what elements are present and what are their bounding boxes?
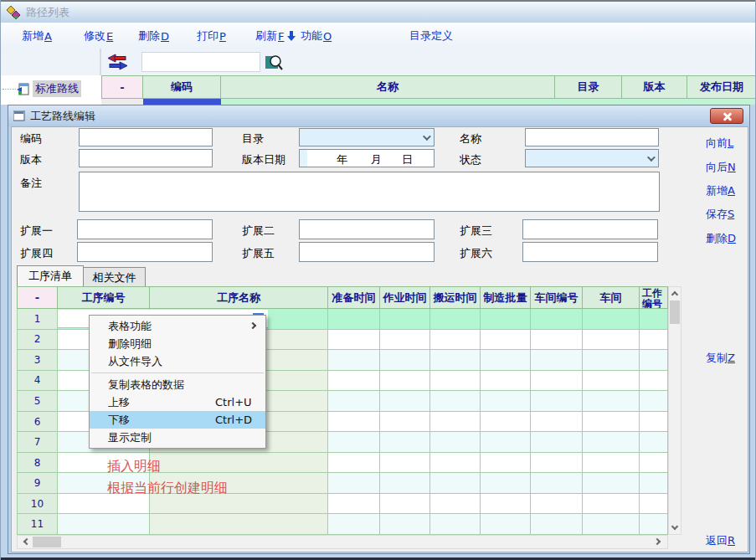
list-column-header[interactable]: - — [101, 75, 143, 99]
name-input[interactable] — [525, 128, 659, 146]
grid-cell[interactable] — [640, 494, 668, 515]
grid-cell[interactable] — [380, 330, 430, 351]
ext-input-5[interactable] — [299, 242, 435, 262]
horizontal-scroll-thumb[interactable] — [33, 537, 61, 547]
search-icon[interactable] — [265, 53, 284, 71]
grid-cell[interactable] — [583, 350, 640, 371]
context-menu-item[interactable]: 删除明细 — [90, 335, 265, 352]
context-menu-item[interactable]: 从文件导入 — [90, 352, 265, 370]
context-menu-item[interactable]: 下移Ctrl+D — [90, 411, 265, 429]
context-menu-item[interactable]: 复制表格的数据 — [90, 376, 265, 393]
directory-select[interactable] — [299, 128, 435, 146]
grid-cell[interactable] — [328, 514, 380, 535]
grid-cell[interactable] — [531, 453, 583, 474]
grid-cell[interactable] — [583, 330, 640, 351]
grid-cell[interactable] — [380, 350, 430, 371]
list-column-header[interactable]: 编码 — [143, 75, 221, 99]
grid-cell[interactable] — [430, 453, 481, 474]
grid-cell[interactable] — [328, 350, 380, 371]
grid-cell[interactable] — [481, 391, 531, 412]
grid-cell[interactable] — [380, 309, 430, 330]
grid-cell[interactable] — [430, 412, 481, 433]
grid-cell[interactable] — [380, 473, 430, 494]
grid-cell[interactable] — [481, 453, 531, 474]
grid-row-number[interactable]: 3 — [17, 350, 58, 371]
tab-process-list[interactable]: 工序清单 — [17, 265, 84, 286]
return-button[interactable]: 返回R — [706, 533, 748, 548]
scroll-up-icon[interactable] — [669, 287, 681, 300]
version-date-input[interactable]: 年 月 日 — [299, 149, 435, 167]
status-select[interactable] — [525, 149, 659, 167]
grid-cell[interactable] — [531, 330, 583, 351]
list-column-header[interactable]: 版本 — [622, 75, 687, 99]
scroll-right-icon[interactable] — [653, 536, 666, 548]
menu-item-modify[interactable]: 修改E — [84, 28, 113, 44]
grid-column-header[interactable]: - — [17, 286, 58, 309]
grid-cell[interactable] — [640, 453, 668, 474]
grid-cell[interactable] — [430, 309, 481, 330]
grid-cell[interactable] — [328, 391, 380, 412]
grid-cell[interactable] — [531, 473, 583, 494]
grid-column-header[interactable]: 车间编号 — [531, 286, 583, 309]
grid-cell[interactable] — [328, 453, 380, 474]
grid-cell[interactable] — [531, 494, 583, 515]
grid-cell[interactable] — [640, 330, 668, 351]
grid-cell[interactable] — [430, 494, 481, 515]
grid-cell[interactable] — [583, 309, 640, 330]
grid-cell[interactable] — [583, 391, 640, 412]
grid-cell[interactable] — [583, 494, 640, 515]
grid-cell[interactable] — [328, 473, 380, 494]
grid-cell[interactable] — [583, 453, 640, 474]
route-list-selected-row[interactable] — [101, 99, 756, 105]
grid-cell[interactable] — [583, 432, 640, 453]
grid-column-header[interactable]: 车间 — [583, 286, 640, 309]
grid-cell[interactable] — [640, 473, 668, 494]
grid-column-header[interactable]: 作业时间 — [380, 286, 430, 309]
grid-cell[interactable] — [380, 514, 430, 535]
insert-detail-action[interactable]: 插入明细 — [107, 458, 161, 475]
grid-cell[interactable] — [640, 309, 668, 330]
scroll-down-icon[interactable] — [669, 521, 681, 534]
menu-item-function[interactable]: 功能O — [286, 28, 332, 44]
ext-input-4[interactable] — [77, 242, 213, 262]
grid-cell[interactable] — [531, 391, 583, 412]
grid-cell[interactable] — [58, 514, 150, 535]
quick-search-input[interactable] — [141, 52, 260, 72]
grid-cell[interactable] — [640, 412, 668, 433]
grid-cell[interactable] — [380, 371, 430, 392]
grid-column-header[interactable]: 工序编号 — [58, 286, 150, 309]
grid-cell[interactable] — [430, 432, 481, 453]
grid-row-number[interactable]: 9 — [17, 473, 58, 494]
grid-cell[interactable] — [481, 371, 531, 392]
grid-cell[interactable] — [583, 473, 640, 494]
vertical-scroll-thumb[interactable] — [670, 301, 680, 324]
grid-row-number[interactable]: 7 — [17, 432, 58, 453]
grid-cell[interactable] — [328, 330, 380, 351]
context-menu-item[interactable]: 显示定制 — [90, 429, 265, 446]
grid-cell[interactable] — [531, 309, 583, 330]
grid-cell[interactable] — [481, 330, 531, 351]
save-button[interactable]: 保存S — [706, 207, 748, 222]
grid-cell[interactable] — [328, 494, 380, 515]
context-menu-item[interactable]: 表格功能 — [90, 317, 265, 335]
ext-input-6[interactable] — [522, 242, 658, 262]
grid-cell[interactable] — [481, 412, 531, 433]
grid-cell[interactable] — [481, 473, 531, 494]
ext-input-1[interactable] — [77, 219, 213, 239]
grid-cell[interactable] — [328, 371, 380, 392]
add-button[interactable]: 新增A — [706, 183, 748, 198]
grid-cell[interactable] — [481, 514, 531, 535]
grid-cell[interactable] — [531, 412, 583, 433]
grid-row-number[interactable]: 6 — [17, 412, 58, 433]
grid-cell[interactable] — [430, 514, 481, 535]
grid-cell[interactable] — [380, 412, 430, 433]
grid-cell[interactable] — [640, 350, 668, 371]
dialog-titlebar[interactable]: 工艺路线编辑 — [8, 105, 749, 126]
forward-button[interactable]: 向前L — [706, 136, 748, 151]
ext-input-2[interactable] — [299, 219, 435, 239]
menu-item-refresh[interactable]: 刷新F — [255, 28, 284, 44]
grid-row-number[interactable]: 2 — [17, 330, 58, 351]
menu-item-add[interactable]: 新增A — [22, 28, 52, 44]
grid-cell[interactable] — [380, 432, 430, 453]
grid-cell[interactable] — [328, 412, 380, 433]
